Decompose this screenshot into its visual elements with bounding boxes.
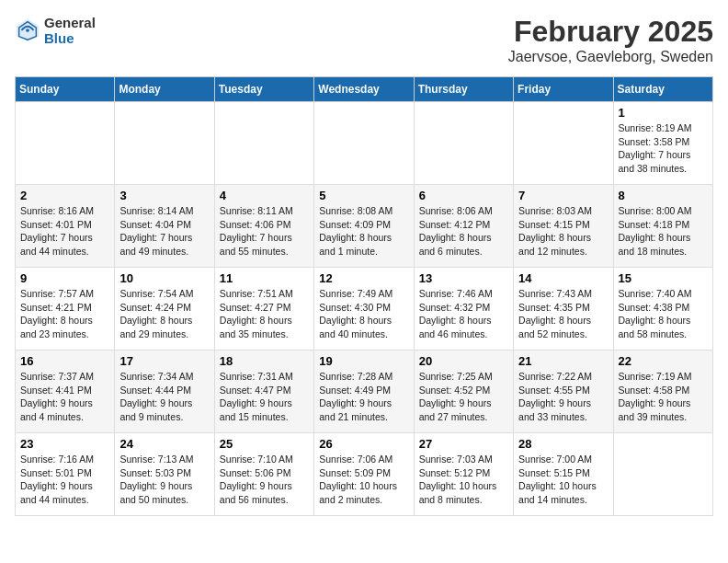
day-number: 3: [119, 189, 209, 202]
day-number: 15: [619, 271, 708, 285]
day-number: 7: [518, 189, 608, 202]
day-info: Sunrise: 8:16 AM Sunset: 4:01 PM Dayligh…: [20, 204, 109, 259]
day-number: 26: [319, 437, 408, 451]
day-info: Sunrise: 7:46 AM Sunset: 4:32 PM Dayligh…: [419, 287, 508, 341]
calendar-cell: 4Sunrise: 8:11 AM Sunset: 4:06 PM Daylig…: [214, 185, 313, 268]
calendar-week-row: 23Sunrise: 7:16 AM Sunset: 5:01 PM Dayli…: [16, 433, 713, 516]
svg-point-2: [26, 29, 29, 32]
day-number: 20: [419, 354, 508, 368]
day-info: Sunrise: 7:16 AM Sunset: 5:01 PM Dayligh…: [20, 453, 109, 507]
day-info: Sunrise: 7:31 AM Sunset: 4:47 PM Dayligh…: [220, 370, 309, 424]
day-number: 11: [220, 271, 309, 285]
day-info: Sunrise: 7:43 AM Sunset: 4:35 PM Dayligh…: [518, 287, 608, 341]
subtitle: Jaervsoe, Gaevleborg, Sweden: [508, 49, 713, 65]
calendar-table: Sunday Monday Tuesday Wednesday Thursday…: [15, 76, 713, 516]
calendar-cell: [314, 102, 414, 185]
day-number: 9: [20, 271, 109, 285]
calendar-cell: 23Sunrise: 7:16 AM Sunset: 5:01 PM Dayli…: [16, 433, 115, 516]
calendar-cell: 16Sunrise: 7:37 AM Sunset: 4:41 PM Dayli…: [16, 350, 115, 433]
calendar-header-row: Sunday Monday Tuesday Wednesday Thursday…: [16, 77, 713, 102]
calendar-cell: 5Sunrise: 8:08 AM Sunset: 4:09 PM Daylig…: [314, 185, 414, 268]
day-info: Sunrise: 8:00 AM Sunset: 4:18 PM Dayligh…: [619, 204, 708, 259]
calendar-week-row: 16Sunrise: 7:37 AM Sunset: 4:41 PM Dayli…: [16, 350, 713, 433]
day-info: Sunrise: 7:54 AM Sunset: 4:24 PM Dayligh…: [119, 287, 209, 341]
col-tuesday: Tuesday: [214, 77, 313, 102]
day-number: 14: [518, 271, 608, 285]
calendar-cell: 9Sunrise: 7:57 AM Sunset: 4:21 PM Daylig…: [16, 268, 115, 350]
day-info: Sunrise: 7:57 AM Sunset: 4:21 PM Dayligh…: [20, 287, 109, 341]
page-header: General Blue February 2025 Jaervsoe, Gae…: [15, 15, 713, 65]
calendar-cell: 15Sunrise: 7:40 AM Sunset: 4:38 PM Dayli…: [613, 268, 712, 350]
day-info: Sunrise: 7:34 AM Sunset: 4:44 PM Dayligh…: [119, 370, 209, 424]
day-number: 10: [119, 271, 209, 285]
day-info: Sunrise: 7:51 AM Sunset: 4:27 PM Dayligh…: [220, 287, 309, 341]
day-number: 5: [319, 189, 408, 202]
day-number: 1: [619, 106, 708, 120]
col-saturday: Saturday: [613, 77, 712, 102]
calendar-week-row: 2Sunrise: 8:16 AM Sunset: 4:01 PM Daylig…: [16, 185, 713, 268]
logo-icon: [15, 17, 40, 43]
calendar-cell: 12Sunrise: 7:49 AM Sunset: 4:30 PM Dayli…: [314, 268, 414, 350]
col-friday: Friday: [514, 77, 613, 102]
day-info: Sunrise: 7:00 AM Sunset: 5:15 PM Dayligh…: [518, 453, 608, 507]
day-info: Sunrise: 7:28 AM Sunset: 4:49 PM Dayligh…: [319, 370, 408, 424]
day-number: 18: [220, 354, 309, 368]
calendar-week-row: 9Sunrise: 7:57 AM Sunset: 4:21 PM Daylig…: [16, 268, 713, 350]
day-number: 23: [20, 437, 109, 451]
day-number: 19: [319, 354, 408, 368]
calendar-cell: 26Sunrise: 7:06 AM Sunset: 5:09 PM Dayli…: [314, 433, 414, 516]
calendar-cell: [514, 102, 613, 185]
day-info: Sunrise: 8:06 AM Sunset: 4:12 PM Dayligh…: [419, 204, 508, 259]
calendar-cell: 11Sunrise: 7:51 AM Sunset: 4:27 PM Dayli…: [214, 268, 313, 350]
calendar-cell: 7Sunrise: 8:03 AM Sunset: 4:15 PM Daylig…: [514, 185, 613, 268]
day-number: 13: [419, 271, 508, 285]
day-number: 8: [619, 189, 708, 202]
calendar-cell: 22Sunrise: 7:19 AM Sunset: 4:58 PM Dayli…: [613, 350, 712, 433]
day-number: 28: [518, 437, 608, 451]
calendar-cell: 17Sunrise: 7:34 AM Sunset: 4:44 PM Dayli…: [115, 350, 214, 433]
calendar-cell: 2Sunrise: 8:16 AM Sunset: 4:01 PM Daylig…: [16, 185, 115, 268]
col-sunday: Sunday: [16, 77, 115, 102]
calendar-cell: 18Sunrise: 7:31 AM Sunset: 4:47 PM Dayli…: [214, 350, 313, 433]
col-thursday: Thursday: [414, 77, 513, 102]
day-info: Sunrise: 8:08 AM Sunset: 4:09 PM Dayligh…: [319, 204, 408, 259]
calendar-cell: 20Sunrise: 7:25 AM Sunset: 4:52 PM Dayli…: [414, 350, 513, 433]
day-number: 25: [220, 437, 309, 451]
day-info: Sunrise: 7:06 AM Sunset: 5:09 PM Dayligh…: [319, 453, 408, 507]
calendar-cell: 14Sunrise: 7:43 AM Sunset: 4:35 PM Dayli…: [514, 268, 613, 350]
calendar-cell: 24Sunrise: 7:13 AM Sunset: 5:03 PM Dayli…: [115, 433, 214, 516]
day-number: 22: [619, 354, 708, 368]
calendar-cell: 10Sunrise: 7:54 AM Sunset: 4:24 PM Dayli…: [115, 268, 214, 350]
calendar-cell: [115, 102, 214, 185]
day-info: Sunrise: 8:03 AM Sunset: 4:15 PM Dayligh…: [518, 204, 608, 259]
calendar-cell: [214, 102, 313, 185]
calendar-body: 1Sunrise: 8:19 AM Sunset: 3:58 PM Daylig…: [16, 102, 713, 516]
calendar-cell: [613, 433, 712, 516]
calendar-cell: 1Sunrise: 8:19 AM Sunset: 3:58 PM Daylig…: [613, 102, 712, 185]
day-info: Sunrise: 7:10 AM Sunset: 5:06 PM Dayligh…: [220, 453, 309, 507]
day-number: 24: [119, 437, 209, 451]
calendar-cell: 27Sunrise: 7:03 AM Sunset: 5:12 PM Dayli…: [414, 433, 513, 516]
day-info: Sunrise: 8:14 AM Sunset: 4:04 PM Dayligh…: [119, 204, 209, 259]
day-number: 2: [20, 189, 109, 202]
calendar-cell: 25Sunrise: 7:10 AM Sunset: 5:06 PM Dayli…: [214, 433, 313, 516]
day-info: Sunrise: 7:22 AM Sunset: 4:55 PM Dayligh…: [518, 370, 608, 424]
day-number: 6: [419, 189, 508, 202]
title-block: February 2025 Jaervsoe, Gaevleborg, Swed…: [508, 15, 713, 65]
logo: General Blue: [15, 15, 96, 46]
col-wednesday: Wednesday: [314, 77, 414, 102]
day-info: Sunrise: 8:19 AM Sunset: 3:58 PM Dayligh…: [619, 121, 708, 176]
main-title: February 2025: [508, 15, 713, 49]
day-info: Sunrise: 7:25 AM Sunset: 4:52 PM Dayligh…: [419, 370, 508, 424]
day-number: 21: [518, 354, 608, 368]
calendar-cell: 3Sunrise: 8:14 AM Sunset: 4:04 PM Daylig…: [115, 185, 214, 268]
day-number: 17: [119, 354, 209, 368]
calendar-week-row: 1Sunrise: 8:19 AM Sunset: 3:58 PM Daylig…: [16, 102, 713, 185]
logo-text: General Blue: [44, 15, 96, 46]
day-info: Sunrise: 7:03 AM Sunset: 5:12 PM Dayligh…: [419, 453, 508, 507]
day-info: Sunrise: 7:40 AM Sunset: 4:38 PM Dayligh…: [619, 287, 708, 341]
day-number: 16: [20, 354, 109, 368]
calendar-cell: 8Sunrise: 8:00 AM Sunset: 4:18 PM Daylig…: [613, 185, 712, 268]
day-info: Sunrise: 7:49 AM Sunset: 4:30 PM Dayligh…: [319, 287, 408, 341]
calendar-cell: 6Sunrise: 8:06 AM Sunset: 4:12 PM Daylig…: [414, 185, 513, 268]
